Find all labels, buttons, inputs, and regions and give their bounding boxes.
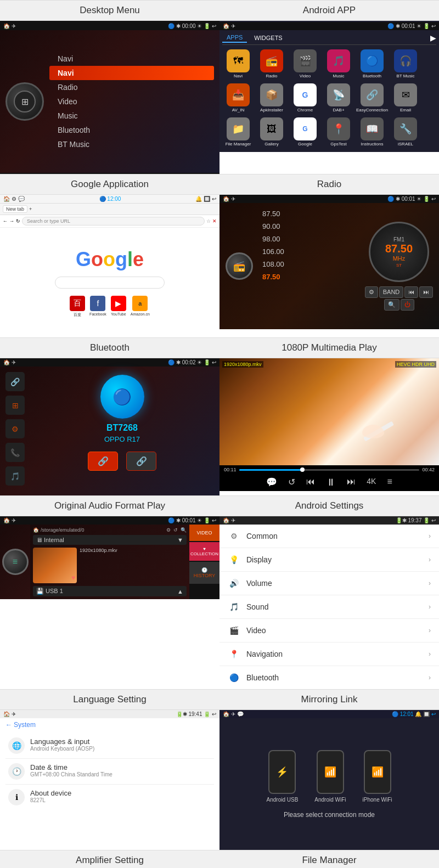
app-dab[interactable]: 📡 DAB+: [323, 82, 354, 114]
bt-call-btn[interactable]: 📞: [5, 443, 25, 462]
radio-power-btn[interactable]: ⏻: [401, 299, 414, 311]
app-israel[interactable]: 🔧 iSRAEL: [390, 116, 421, 148]
refresh-btn[interactable]: ↻: [16, 218, 20, 224]
station-3[interactable]: 98.00: [260, 233, 358, 245]
app-btmusic[interactable]: 🎧 BT Music: [390, 48, 421, 80]
settings-common[interactable]: ⚙ Common ›: [219, 525, 439, 548]
radio-band-btn[interactable]: BAND: [379, 286, 404, 298]
bt-settings-btn[interactable]: ⚙: [5, 419, 25, 438]
video-btn[interactable]: VIDEO: [189, 525, 219, 541]
play-store-icon[interactable]: ▶: [430, 33, 436, 42]
menu-item-btmusic[interactable]: BT Music: [49, 137, 214, 151]
back-arrow-icon[interactable]: ←: [5, 721, 12, 729]
lang-input-text: Languages & input Android Keyboard (AOSP…: [30, 737, 211, 752]
lang-input[interactable]: 🌐 Languages & input Android Keyboard (AO…: [5, 733, 214, 759]
bookmark-baidu[interactable]: 百 百度: [70, 296, 85, 318]
menu-item-video[interactable]: Video: [49, 94, 214, 109]
radio-eq-btn[interactable]: ⚙: [365, 286, 378, 298]
sort-icon[interactable]: ⚙: [166, 527, 171, 533]
mirror-iphone-wifi[interactable]: 📶 iPhone WiFi: [363, 750, 392, 803]
settings-video[interactable]: 🎬 Video ›: [219, 619, 439, 642]
bookmark-btn[interactable]: ☆: [206, 218, 211, 224]
video-playlist-btn[interactable]: ≡: [387, 477, 392, 488]
search-icon[interactable]: 🔍: [181, 527, 187, 533]
video-pause-btn[interactable]: ⏸: [326, 477, 336, 488]
browser-tab[interactable]: New tab: [3, 205, 27, 213]
video-prev-btn[interactable]: ⏮: [306, 477, 315, 488]
audio-path: 🏠 /storage/emulated/0 ⚙ ↺ 🔍: [33, 527, 187, 533]
video-4k-btn[interactable]: 4K: [367, 477, 376, 488]
radio-prev-btn[interactable]: ⏮: [404, 286, 418, 298]
tab-apps[interactable]: APPS: [222, 33, 247, 43]
app-music[interactable]: 🎵 Music: [323, 48, 354, 80]
station-5[interactable]: 108.00: [260, 258, 358, 270]
close-btn[interactable]: ✕: [212, 218, 217, 224]
refresh-icon[interactable]: ↺: [173, 527, 178, 533]
bt-menu-btn[interactable]: ⊞: [5, 396, 25, 415]
app-apkinstaller[interactable]: 📦 ApkInstaller: [256, 82, 288, 114]
radio-dial[interactable]: FM1 87.50 MHz ST: [369, 222, 429, 282]
app-avin[interactable]: 📥 AV_IN: [222, 82, 254, 114]
bt-music-btn[interactable]: 🎵: [5, 466, 25, 486]
app-navi[interactable]: 🗺 Navi: [222, 48, 254, 80]
menu-item-navi[interactable]: Navi: [49, 52, 214, 66]
heart-icon[interactable]: ♥: [71, 574, 75, 582]
audio-internal[interactable]: 🖥 Internal ▼: [33, 535, 187, 545]
video-scrubber[interactable]: [300, 467, 305, 472]
mirror-android-usb-label: Android USB: [267, 797, 299, 803]
google-search-input[interactable]: [55, 277, 165, 289]
radio-knob[interactable]: 📻: [226, 252, 253, 280]
app-gpstest[interactable]: 📍 GpsTest: [323, 116, 354, 148]
collection-btn[interactable]: ♥ COLLECTION: [189, 542, 219, 561]
bt-link-btn[interactable]: 🔗: [5, 372, 25, 391]
forward-btn[interactable]: →: [9, 218, 14, 224]
url-bar[interactable]: Search or type URL: [22, 217, 205, 226]
bookmark-facebook[interactable]: f Facebook: [89, 296, 106, 318]
lang-datetime[interactable]: 🕐 Date & time GMT+08:00 China Standard T…: [5, 759, 214, 785]
radio-next-btn[interactable]: ⏭: [419, 286, 433, 298]
station-active[interactable]: 87.50: [260, 270, 358, 283]
app-radio[interactable]: 📻 Radio: [256, 48, 288, 80]
radio-search-btn[interactable]: 🔍: [384, 299, 399, 311]
settings-navigation[interactable]: 📍 Navigation ›: [219, 642, 439, 666]
app-video[interactable]: 🎬 Video: [289, 48, 321, 80]
bookmark-youtube[interactable]: ▶ YouTube: [111, 296, 126, 318]
video-next-btn[interactable]: ⏭: [347, 477, 356, 488]
video-captions-btn[interactable]: 💬: [266, 477, 277, 488]
settings-sound[interactable]: 🎵 Sound ›: [219, 595, 439, 619]
menu-item-music[interactable]: Music: [49, 109, 214, 123]
menu-item-navi-active[interactable]: Navi: [49, 66, 214, 80]
desktop-knob[interactable]: ⊞: [5, 82, 44, 121]
app-filemanager[interactable]: 📁 File Manager: [222, 116, 254, 148]
audio-knob[interactable]: ≡: [2, 549, 29, 575]
app-gallery[interactable]: 🖼 Gallery: [256, 116, 288, 148]
lang-datetime-icon: 🕐: [8, 763, 25, 780]
app-bluetooth[interactable]: 🔵 Bluetooth: [356, 48, 388, 80]
station-2[interactable]: 90.00: [260, 220, 358, 233]
menu-item-bluetooth[interactable]: Bluetooth: [49, 123, 214, 137]
tab-widgets[interactable]: WIDGETS: [250, 33, 286, 42]
app-email[interactable]: ✉ Email: [390, 82, 421, 114]
bt-disconnect-btn[interactable]: 🔗: [126, 452, 156, 471]
history-btn[interactable]: 🕐 HISTORY: [189, 562, 219, 584]
video-seekbar[interactable]: [239, 469, 420, 471]
station-4[interactable]: 106.00: [260, 245, 358, 258]
settings-bluetooth[interactable]: 🔵 Bluetooth ›: [219, 666, 439, 689]
audio-usb[interactable]: 💾 USB 1 ▲: [33, 586, 187, 596]
settings-volume[interactable]: 🔊 Volume ›: [219, 572, 439, 595]
back-btn[interactable]: ←: [3, 218, 8, 224]
settings-display[interactable]: 💡 Display ›: [219, 548, 439, 572]
bt-connect-btn[interactable]: 🔗: [88, 452, 118, 471]
mirror-android-wifi[interactable]: 📶 Android WiFi: [314, 750, 346, 803]
new-tab-btn[interactable]: +: [29, 206, 32, 212]
app-easyconn[interactable]: 🔗 EasyConnection: [356, 82, 388, 114]
app-instructions[interactable]: 📖 Instructions: [356, 116, 388, 148]
mirror-android-usb[interactable]: ⚡ Android USB: [267, 750, 299, 803]
lang-about[interactable]: ℹ About device 8227L: [5, 785, 214, 810]
menu-item-radio[interactable]: Radio: [49, 80, 214, 94]
app-google[interactable]: G Google: [289, 116, 321, 148]
station-1[interactable]: 87.50: [260, 207, 358, 220]
video-rotate-btn[interactable]: ↺: [288, 477, 295, 488]
bookmark-amazon[interactable]: a Amazon.cn: [131, 296, 150, 318]
app-chrome[interactable]: G Chrome: [289, 82, 321, 114]
